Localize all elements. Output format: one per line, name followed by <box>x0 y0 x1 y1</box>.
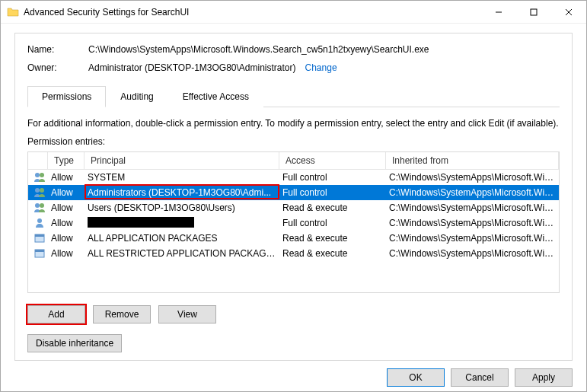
principal-icon <box>28 232 48 244</box>
cell-principal: SYSTEM <box>85 172 279 183</box>
col-icon <box>28 152 48 169</box>
cell-principal: Administrators (DESKTOP-1M3OG80\Admi... <box>85 187 279 198</box>
table-row[interactable]: AllowSYSTEMFull controlC:\Windows\System… <box>28 170 559 185</box>
add-button[interactable]: Add <box>27 305 85 323</box>
permission-entries-list[interactable]: Type Principal Access Inherited from All… <box>27 151 560 293</box>
cell-access: Full control <box>279 172 386 183</box>
list-body: AllowSYSTEMFull controlC:\Windows\System… <box>28 170 559 261</box>
owner-label: Owner: <box>27 62 88 73</box>
col-type[interactable]: Type <box>48 152 85 169</box>
principal-icon <box>28 217 48 229</box>
cell-access: Read & execute <box>279 233 386 244</box>
svg-point-8 <box>35 203 40 208</box>
ok-button[interactable]: OK <box>387 368 445 387</box>
apply-button[interactable]: Apply <box>515 368 573 387</box>
cell-inherited: C:\Windows\SystemApps\Microsoft.Windo... <box>386 187 559 198</box>
cell-inherited: C:\Windows\SystemApps\Microsoft.Windo... <box>386 248 559 259</box>
svg-rect-12 <box>35 234 44 237</box>
col-principal[interactable]: Principal <box>85 152 279 169</box>
table-row[interactable]: AllowFull controlC:\Windows\SystemApps\M… <box>28 215 559 231</box>
cell-inherited: C:\Windows\SystemApps\Microsoft.Windo... <box>386 202 559 213</box>
table-row[interactable]: AllowUsers (DESKTOP-1M3OG80\Users)Read &… <box>28 200 559 215</box>
tab-auditing[interactable]: Auditing <box>106 86 167 107</box>
inheritance-buttons: Disable inheritance <box>27 334 560 352</box>
cell-principal: ALL APPLICATION PACKAGES <box>85 233 279 244</box>
remove-button[interactable]: Remove <box>93 305 151 323</box>
tab-permissions[interactable]: Permissions <box>27 86 106 107</box>
svg-point-6 <box>35 188 40 193</box>
cell-inherited: C:\Windows\SystemApps\Microsoft.Windo... <box>386 233 559 244</box>
minimize-button[interactable] <box>481 1 516 24</box>
view-button[interactable]: View <box>158 305 216 323</box>
info-text: For additional information, double-click… <box>27 118 560 129</box>
titlebar: Advanced Security Settings for SearchUI <box>1 1 586 24</box>
cell-principal: ALL RESTRICTED APPLICATION PACKAGES <box>85 248 279 259</box>
tabstrip: Permissions Auditing Effective Access <box>27 85 560 107</box>
owner-row: Owner: Administrator (DESKTOP-1M3OG80\Ad… <box>27 62 560 73</box>
inner-panel: Name: C:\Windows\SystemApps\Microsoft.Wi… <box>14 33 573 361</box>
owner-value: Administrator (DESKTOP-1M3OG80\Administr… <box>88 62 296 73</box>
cell-principal <box>85 217 279 230</box>
cell-inherited: C:\Windows\SystemApps\Microsoft.Windo... <box>386 172 559 183</box>
window-title: Advanced Security Settings for SearchUI <box>24 7 481 18</box>
cell-type: Allow <box>48 218 85 228</box>
principal-icon <box>28 202 48 214</box>
dialog-footer: OK Cancel Apply <box>1 361 586 392</box>
disable-inheritance-button[interactable]: Disable inheritance <box>27 334 122 352</box>
table-row[interactable]: AllowALL APPLICATION PACKAGESRead & exec… <box>28 231 559 246</box>
cell-type: Allow <box>48 233 85 244</box>
svg-rect-14 <box>35 250 44 252</box>
entry-buttons: Add Remove View <box>27 305 560 323</box>
svg-point-5 <box>40 173 44 177</box>
name-label: Name: <box>27 44 88 55</box>
cell-principal: Users (DESKTOP-1M3OG80\Users) <box>85 202 279 213</box>
principal-icon <box>28 186 48 199</box>
name-row: Name: C:\Windows\SystemApps\Microsoft.Wi… <box>27 44 560 55</box>
add-button-wrap: Add <box>27 305 85 323</box>
table-row[interactable]: AllowAdministrators (DESKTOP-1M3OG80\Adm… <box>28 185 559 200</box>
redacted-block <box>88 217 194 228</box>
svg-point-4 <box>35 173 40 177</box>
cell-type: Allow <box>48 248 85 259</box>
cell-inherited: C:\Windows\SystemApps\Microsoft.Windo... <box>386 218 559 228</box>
cancel-button[interactable]: Cancel <box>451 368 509 387</box>
svg-point-9 <box>40 203 44 208</box>
change-owner-link[interactable]: Change <box>305 62 337 73</box>
list-header: Type Principal Access Inherited from <box>28 152 559 170</box>
entries-label: Permission entries: <box>27 136 560 147</box>
cell-type: Allow <box>48 202 85 213</box>
cell-type: Allow <box>48 187 85 198</box>
table-row[interactable]: AllowALL RESTRICTED APPLICATION PACKAGES… <box>28 246 559 261</box>
col-access[interactable]: Access <box>279 152 386 169</box>
cell-access: Full control <box>279 187 386 198</box>
window: Advanced Security Settings for SearchUI … <box>0 0 587 392</box>
principal-icon <box>28 247 48 260</box>
content-area: Name: C:\Windows\SystemApps\Microsoft.Wi… <box>1 24 586 361</box>
svg-point-7 <box>40 188 44 193</box>
svg-rect-1 <box>531 9 537 15</box>
cell-type: Allow <box>48 172 85 183</box>
name-value: C:\Windows\SystemApps\Microsoft.Windows.… <box>88 44 429 55</box>
cell-access: Full control <box>279 218 386 228</box>
svg-point-10 <box>37 218 42 223</box>
maximize-button[interactable] <box>516 1 551 24</box>
cell-access: Read & execute <box>279 202 386 213</box>
cell-access: Read & execute <box>279 248 386 259</box>
close-button[interactable] <box>551 1 586 24</box>
folder-icon <box>7 6 19 18</box>
principal-icon <box>28 171 48 183</box>
tab-effective-access[interactable]: Effective Access <box>168 86 263 107</box>
col-inherited[interactable]: Inherited from <box>386 152 559 169</box>
